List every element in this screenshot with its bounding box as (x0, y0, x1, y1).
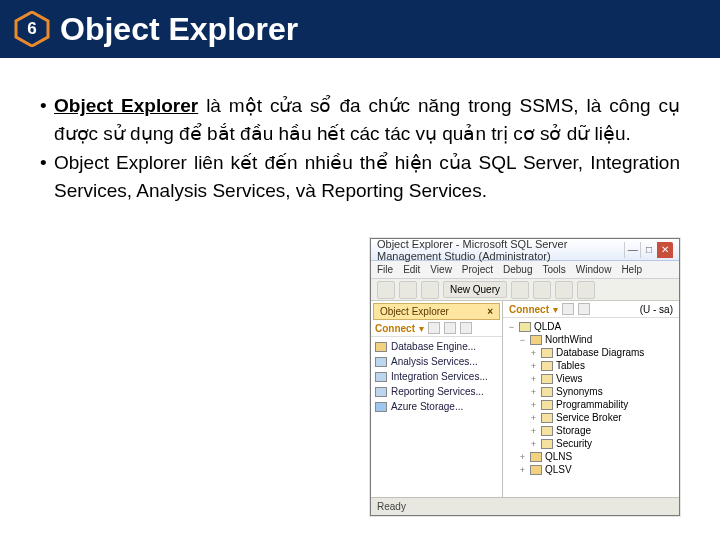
ssms-screenshot: Object Explorer - Microsoft SQL Server M… (370, 238, 680, 516)
service-icon (375, 372, 387, 382)
database-engine-icon (375, 342, 387, 352)
window-title: Object Explorer - Microsoft SQL Server M… (377, 238, 624, 262)
toolbar-mini-icon[interactable] (444, 322, 456, 334)
connect-label[interactable]: Connect (509, 304, 549, 315)
expand-toggle-icon[interactable]: + (518, 465, 527, 475)
connect-bar: Connect ▾ (371, 320, 502, 337)
panel-tab[interactable]: Object Explorer × (373, 303, 500, 320)
tree-panel: Connect ▾ (U - sa) −QLDA−NorthWind+Datab… (503, 301, 679, 497)
tree-node-label: Tables (556, 360, 585, 371)
connect-label[interactable]: Connect (375, 323, 415, 334)
object-explorer-panel: Object Explorer × Connect ▾ Database Eng… (371, 301, 503, 497)
new-query-button[interactable]: New Query (443, 281, 507, 298)
expand-toggle-icon[interactable]: + (529, 426, 538, 436)
toolbar-icon[interactable] (555, 281, 573, 299)
minimize-button[interactable]: — (624, 242, 640, 258)
menu-item[interactable]: View (430, 264, 452, 275)
object-tree: −QLDA−NorthWind+Database Diagrams+Tables… (503, 318, 679, 478)
connect-item[interactable]: Database Engine... (373, 339, 500, 354)
fld-icon (541, 348, 553, 358)
menu-item[interactable]: File (377, 264, 393, 275)
srv-icon (519, 322, 531, 332)
tree-node[interactable]: +Security (529, 437, 675, 450)
tree-node[interactable]: +Views (529, 372, 675, 385)
status-bar: Ready (371, 497, 679, 515)
fld-icon (541, 413, 553, 423)
expand-toggle-icon[interactable]: + (529, 413, 538, 423)
expand-toggle-icon[interactable]: + (529, 400, 538, 410)
tree-node-label: Database Diagrams (556, 347, 644, 358)
tree-node[interactable]: +QLSV (518, 463, 675, 476)
tree-node[interactable]: +QLNS (518, 450, 675, 463)
fld-icon (541, 400, 553, 410)
menu-item[interactable]: Edit (403, 264, 420, 275)
tree-node-label: Views (556, 373, 583, 384)
fld-icon (541, 361, 553, 371)
toolbar-icon[interactable] (399, 281, 417, 299)
tree-node[interactable]: −QLDA (507, 320, 675, 333)
bullet-2: Object Explorer liên kết đến nhiều thể h… (40, 149, 680, 204)
tree-node-label: QLSV (545, 464, 572, 475)
tree-node-label: QLNS (545, 451, 572, 462)
menu-item[interactable]: Tools (542, 264, 565, 275)
menu-item[interactable]: Project (462, 264, 493, 275)
slide-header: 6 Object Explorer (0, 0, 720, 58)
toolbar-icon[interactable] (511, 281, 529, 299)
toolbar-mini-icon[interactable] (428, 322, 440, 334)
window-titlebar: Object Explorer - Microsoft SQL Server M… (371, 239, 679, 261)
connect-item[interactable]: Reporting Services... (373, 384, 500, 399)
menu-item[interactable]: Window (576, 264, 612, 275)
tree-node[interactable]: +Tables (529, 359, 675, 372)
status-text: Ready (377, 501, 406, 512)
menu-bar: File Edit View Project Debug Tools Windo… (371, 261, 679, 279)
bullet-1: Object Explorer là một cửa sổ đa chức nă… (40, 92, 680, 147)
toolbar-mini-icon[interactable] (562, 303, 574, 315)
tree-node-label: Programmability (556, 399, 628, 410)
toolbar-icon[interactable] (577, 281, 595, 299)
expand-toggle-icon[interactable]: + (529, 387, 538, 397)
tree-node-label: Security (556, 438, 592, 449)
toolbar-icon[interactable] (533, 281, 551, 299)
close-button[interactable]: ✕ (657, 242, 673, 258)
slide-number: 6 (27, 19, 36, 39)
tree-node[interactable]: −NorthWind (518, 333, 675, 346)
connect-item[interactable]: Azure Storage... (373, 399, 500, 414)
fld-icon (541, 387, 553, 397)
db-icon (530, 335, 542, 345)
connect-item[interactable]: Integration Services... (373, 369, 500, 384)
tree-node[interactable]: +Storage (529, 424, 675, 437)
tree-node[interactable]: +Synonyms (529, 385, 675, 398)
connect-item[interactable]: Analysis Services... (373, 354, 500, 369)
toolbar-mini-icon[interactable] (460, 322, 472, 334)
expand-toggle-icon[interactable]: + (529, 348, 538, 358)
service-icon (375, 357, 387, 367)
maximize-button[interactable]: □ (640, 242, 656, 258)
expand-toggle-icon[interactable]: + (529, 439, 538, 449)
panel-tab-label: Object Explorer (380, 306, 449, 317)
tree-node-label: NorthWind (545, 334, 592, 345)
expand-toggle-icon[interactable]: − (507, 322, 516, 332)
fld-icon (541, 426, 553, 436)
menu-item[interactable]: Debug (503, 264, 532, 275)
expand-toggle-icon[interactable]: + (518, 452, 527, 462)
slide-body: Object Explorer là một cửa sổ đa chức nă… (0, 58, 720, 204)
db-icon (530, 465, 542, 475)
connect-bar-right: Connect ▾ (U - sa) (503, 301, 679, 318)
menu-item[interactable]: Help (621, 264, 642, 275)
tree-node-label: QLDA (534, 321, 561, 332)
expand-toggle-icon[interactable]: + (529, 361, 538, 371)
expand-toggle-icon[interactable]: + (529, 374, 538, 384)
tree-node[interactable]: +Database Diagrams (529, 346, 675, 359)
connect-menu: Database Engine... Analysis Services... … (371, 337, 502, 416)
tree-node[interactable]: +Programmability (529, 398, 675, 411)
service-icon (375, 387, 387, 397)
toolbar-icon[interactable] (377, 281, 395, 299)
expand-toggle-icon[interactable]: − (518, 335, 527, 345)
tree-node[interactable]: +Service Broker (529, 411, 675, 424)
panel-close-icon[interactable]: × (487, 306, 493, 317)
toolbar-icon[interactable] (421, 281, 439, 299)
azure-icon (375, 402, 387, 412)
tree-node-label: Service Broker (556, 412, 622, 423)
connection-info: (U - sa) (640, 304, 673, 315)
toolbar-mini-icon[interactable] (578, 303, 590, 315)
